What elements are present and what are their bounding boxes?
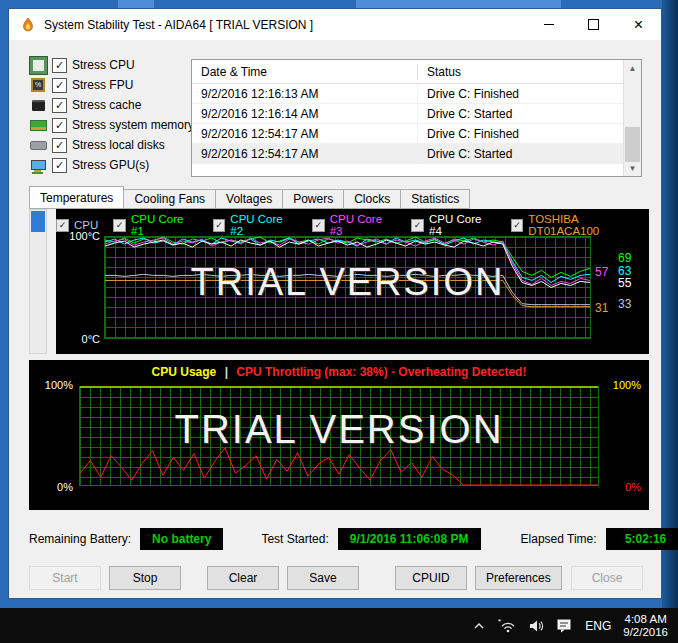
taskbar[interactable]: * ENG 4:08 AM 9/2/2016: [0, 608, 678, 643]
info-value-remaining-battery: No battery: [140, 528, 223, 550]
checkbox-stress-local-disks[interactable]: ✓: [52, 138, 67, 153]
preferences-button[interactable]: Preferences: [475, 566, 562, 590]
minimize-button[interactable]: [526, 9, 571, 40]
close-button[interactable]: ×: [616, 9, 661, 40]
log-row[interactable]: 9/2/2016 12:16:14 AMDrive C: Started: [192, 104, 641, 124]
stress-option-label: Stress GPU(s): [72, 158, 149, 172]
tab-voltages[interactable]: Voltages: [216, 189, 283, 209]
legend-label: CPU Core #3: [330, 213, 397, 237]
wifi-tray-button[interactable]: *: [492, 608, 522, 643]
legend-checkbox[interactable]: ✓: [312, 219, 325, 232]
legend-checkbox[interactable]: ✓: [213, 219, 226, 232]
current-temp-value: 33: [618, 297, 631, 311]
checkbox-stress-cache[interactable]: ✓: [52, 98, 67, 113]
event-log-panel: Date & Time Status 9/2/2016 12:16:13 AMD…: [191, 59, 642, 177]
legend-checkbox[interactable]: ✓: [511, 219, 524, 232]
cache-icon: [32, 100, 45, 111]
close-icon: ×: [634, 17, 643, 33]
usage-title-text: CPU Usage: [152, 365, 217, 379]
log-scrollbar-thumb[interactable]: [625, 127, 640, 162]
tab-cooling-fans[interactable]: Cooling Fans: [124, 189, 216, 209]
cpu-usage-chart-panel: CPU Usage | CPU Throttling (max: 38%) - …: [29, 360, 649, 510]
temp-axis-max: 100°C: [60, 230, 100, 242]
log-body: 9/2/2016 12:16:13 AMDrive C: Finished9/2…: [192, 84, 641, 164]
usage-chart-title: CPU Usage | CPU Throttling (max: 38%) - …: [29, 365, 649, 379]
temperature-legend: ✓CPU✓CPU Core #1✓CPU Core #2✓CPU Core #3…: [56, 213, 649, 237]
tab-statistics[interactable]: Statistics: [401, 189, 470, 209]
log-column-datetime[interactable]: Date & Time: [192, 65, 417, 79]
current-temp-value: 55: [618, 276, 631, 290]
clear-button[interactable]: Clear: [207, 566, 279, 590]
temp-axis-min: 0°C: [60, 333, 100, 345]
log-scrollbar[interactable]: ▲ ▼: [623, 60, 641, 176]
clock[interactable]: 4:08 AM 9/2/2016: [617, 608, 678, 643]
status-info-row: Remaining Battery:No batteryTest Started…: [29, 527, 678, 551]
taskbar-date: 9/2/2016: [623, 626, 668, 639]
current-temp-value: 57: [595, 265, 608, 279]
series-cpu-throttling: [80, 448, 598, 485]
tab-clocks[interactable]: Clocks: [344, 189, 401, 209]
legend-label: CPU Core #4: [429, 213, 496, 237]
stress-option-label: Stress local disks: [72, 138, 165, 152]
tray-expand-button[interactable]: [466, 608, 492, 643]
legend-item-cpu-core-4: ✓CPU Core #4: [411, 213, 495, 237]
legend-label: CPU Core #2: [230, 213, 297, 237]
slider-thumb[interactable]: [31, 211, 45, 232]
title-bar[interactable]: System Stability Test - AIDA64 [ TRIAL V…: [9, 9, 661, 40]
minimize-icon: [544, 24, 554, 25]
action-button-row: StartStopClearSaveCPUIDPreferencesClose: [29, 566, 643, 590]
log-cell-datetime: 9/2/2016 12:16:14 AM: [192, 107, 417, 121]
flame-app-icon: [20, 17, 36, 33]
temperature-current-values: 576963553133: [592, 236, 649, 339]
log-cell-status: Drive C: Started: [417, 144, 641, 163]
log-cell-datetime: 9/2/2016 12:16:13 AM: [192, 87, 417, 101]
action-center-button[interactable]: [550, 608, 579, 643]
scroll-up-icon[interactable]: ▲: [624, 60, 641, 76]
legend-checkbox[interactable]: ✓: [411, 219, 424, 232]
legend-checkbox[interactable]: ✓: [113, 219, 126, 232]
info-value-elapsed-time: 5:02:16: [606, 528, 678, 550]
save-button[interactable]: Save: [287, 566, 359, 590]
info-label-remaining-battery: Remaining Battery:: [29, 532, 131, 546]
log-cell-datetime: 9/2/2016 12:54:17 AM: [192, 127, 417, 141]
info-label-elapsed-time: Elapsed Time:: [521, 532, 597, 546]
aida64-stability-test-window: System Stability Test - AIDA64 [ TRIAL V…: [8, 8, 662, 599]
maximize-button[interactable]: [571, 9, 616, 40]
volume-tray-button[interactable]: [522, 608, 550, 643]
svg-text:*: *: [498, 618, 501, 626]
tab-temperatures[interactable]: Temperatures: [29, 186, 124, 209]
window-content: ✓Stress CPU%✓Stress FPU✓Stress cache✓Str…: [9, 40, 661, 598]
info-label-test-started: Test Started:: [261, 532, 328, 546]
checkbox-stress-cpu[interactable]: ✓: [52, 58, 67, 73]
temperature-plot: TRIAL VERSION: [104, 236, 591, 339]
current-temp-value: 31: [595, 301, 608, 315]
memory-icon: [30, 120, 47, 131]
legend-item-cpu-core-2: ✓CPU Core #2: [213, 213, 297, 237]
wifi-icon: *: [498, 618, 516, 634]
checkbox-stress-gpu-s[interactable]: ✓: [52, 158, 67, 173]
log-row[interactable]: 9/2/2016 12:54:17 AMDrive C: Finished: [192, 124, 641, 144]
info-value-test-started: 9/1/2016 11:06:08 PM: [338, 528, 481, 550]
tab-powers[interactable]: Powers: [283, 189, 344, 209]
scroll-down-icon[interactable]: ▼: [624, 160, 641, 176]
log-column-status[interactable]: Status: [417, 65, 641, 79]
checkbox-stress-system-memory[interactable]: ✓: [52, 118, 67, 133]
log-row[interactable]: 9/2/2016 12:16:13 AMDrive C: Finished: [192, 84, 641, 104]
stress-option-label: Stress CPU: [72, 58, 135, 72]
log-cell-datetime: 9/2/2016 12:54:17 AM: [192, 147, 417, 161]
stress-option-row: ✓Stress GPU(s): [29, 155, 194, 175]
cpuid-button[interactable]: CPUID: [395, 566, 467, 590]
window-title: System Stability Test - AIDA64 [ TRIAL V…: [44, 18, 313, 32]
usage-right-min: 0%: [625, 481, 641, 493]
checkbox-stress-fpu[interactable]: ✓: [52, 78, 67, 93]
log-row[interactable]: 9/2/2016 12:54:17 AMDrive C: Started: [192, 144, 641, 164]
stop-button[interactable]: Stop: [109, 566, 181, 590]
stress-option-label: Stress cache: [72, 98, 141, 112]
log-header-row[interactable]: Date & Time Status: [192, 60, 641, 84]
series-toshiba-dt01aca100: [105, 280, 590, 306]
temperature-scale-slider[interactable]: [29, 209, 47, 354]
language-indicator[interactable]: ENG: [579, 608, 617, 643]
gpu-icon: [31, 160, 46, 170]
legend-item-cpu-core-1: ✓CPU Core #1: [113, 213, 197, 237]
stress-option-label: Stress FPU: [72, 78, 133, 92]
